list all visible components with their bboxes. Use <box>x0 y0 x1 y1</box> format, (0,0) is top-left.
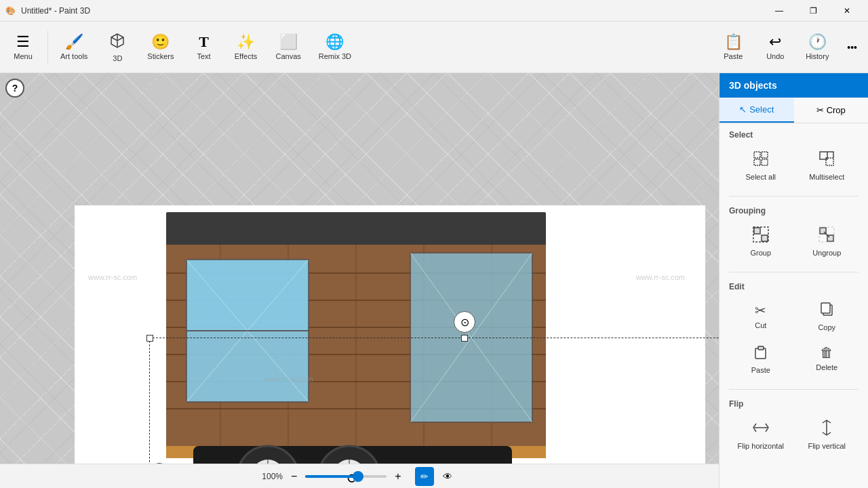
flip-vertical-label: Flip vertical <box>808 442 846 450</box>
svg-rect-45 <box>754 159 760 165</box>
help-icon: ? <box>12 83 18 94</box>
paste-icon: 📋 <box>724 35 743 49</box>
svg-line-55 <box>824 232 829 237</box>
maximize-button[interactable]: ❐ <box>797 0 829 22</box>
flip-horizontal-icon <box>753 420 769 439</box>
draw-mode-button[interactable]: ✏ <box>415 467 434 486</box>
delete-label: Delete <box>816 363 837 371</box>
flip-horizontal-button[interactable]: Flip horizontal <box>729 414 793 455</box>
flip-grid: Flip horizontal Flip vertical <box>719 411 868 462</box>
zoom-slider[interactable] <box>305 475 387 478</box>
help-button[interactable]: ? <box>5 79 24 98</box>
undo-icon: ↩ <box>769 35 781 49</box>
close-button[interactable]: ✕ <box>831 0 863 22</box>
window-title: Untitled* - Paint 3D <box>21 6 90 16</box>
flip-vertical-icon <box>818 420 835 439</box>
paste-panel-button[interactable]: Paste <box>729 340 793 380</box>
multiselect-icon <box>818 150 835 170</box>
crop-tab-icon: ✂ <box>816 105 824 115</box>
crop-tab-label: Crop <box>827 105 846 115</box>
toolbar-item-3d[interactable]: 3D <box>97 24 138 70</box>
watermark-3: www.rr-sc.com <box>636 273 685 281</box>
svg-rect-50 <box>762 235 768 241</box>
handle-top-center[interactable] <box>461 335 468 342</box>
flip-vertical-button[interactable]: Flip vertical <box>795 414 859 455</box>
select-all-button[interactable]: Select all <box>729 145 793 186</box>
view-mode-button[interactable]: 👁 <box>438 467 457 486</box>
paste-panel-label: Paste <box>751 366 770 374</box>
svg-rect-44 <box>762 152 768 158</box>
toolbar-separator <box>47 30 48 64</box>
minimize-button[interactable]: — <box>764 0 795 22</box>
section-label-select: Select <box>719 123 868 142</box>
panel-title: 3D objects <box>729 80 777 91</box>
copy-label: Copy <box>818 323 835 331</box>
right-panel: 3D objects ↖ Select ✂ Crop Select <box>719 73 868 488</box>
copy-button[interactable]: Copy <box>795 297 859 337</box>
section-label-flip: Flip <box>719 392 868 411</box>
svg-rect-46 <box>762 159 768 165</box>
tab-select[interactable]: ↖ Select <box>719 98 794 123</box>
separator-2 <box>729 272 859 272</box>
rotate-handle[interactable]: ⊙ <box>454 311 475 333</box>
group-icon <box>753 226 769 246</box>
handle-top-left[interactable] <box>146 335 153 342</box>
select-tab-icon: ↖ <box>739 104 747 115</box>
select-grid: Select all Multiselect <box>719 142 868 193</box>
toolbar-item-art-tools[interactable]: 🖌️ Art tools <box>52 24 96 70</box>
flip-horizontal-label: Flip horizontal <box>738 442 784 450</box>
zoom-level: 100% <box>262 472 283 481</box>
toolbar-item-undo[interactable]: ↩ Undo <box>755 24 795 70</box>
svg-rect-49 <box>754 228 760 234</box>
text-icon: T <box>199 35 209 49</box>
main-area: ? <box>0 73 868 488</box>
menu-icon: ☰ <box>16 35 30 49</box>
watermark-1: www.rr-sc.com <box>88 273 137 281</box>
stickers-icon: 🙂 <box>151 35 170 49</box>
multiselect-button[interactable]: Multiselect <box>795 145 859 186</box>
svg-rect-43 <box>754 152 760 158</box>
toolbar-item-remix-3d[interactable]: 🌐 Remix 3D <box>311 24 359 70</box>
edit-grid: ✂ Cut Copy Paste <box>719 294 868 386</box>
toolbar: ☰ Menu 🖌️ Art tools 3D 🙂 Stickers T Text… <box>0 22 868 73</box>
title-bar: 🎨 Untitled* - Paint 3D — ❐ ✕ <box>0 0 868 22</box>
section-label-edit: Edit <box>719 275 868 294</box>
toolbar-item-history[interactable]: 🕐 History <box>797 24 837 70</box>
toolbar-item-menu[interactable]: ☰ Menu <box>3 24 43 70</box>
toolbar-item-paste[interactable]: 📋 Paste <box>713 24 753 70</box>
grouping-grid: Group Ungroup <box>719 218 868 269</box>
tab-crop[interactable]: ✂ Crop <box>794 98 869 123</box>
multiselect-label: Multiselect <box>809 173 844 181</box>
ungroup-label: Ungroup <box>812 249 841 257</box>
ungroup-button[interactable]: Ungroup <box>795 221 859 262</box>
svg-rect-59 <box>758 346 764 350</box>
canvas-area[interactable]: ? <box>0 73 719 488</box>
toolbar-item-effects[interactable]: ✨ Effects <box>225 24 266 70</box>
white-canvas: ⊙ ↙ ↗ www.rr-sc.com www.rr-sc.com www.rr… <box>75 205 705 488</box>
cut-label: Cut <box>755 321 766 329</box>
toolbar-item-canvas[interactable]: ⬜ Canvas <box>267 24 309 70</box>
paste-panel-icon <box>753 345 768 363</box>
ungroup-icon <box>818 226 835 246</box>
toolbar-item-text[interactable]: T Text <box>183 24 224 70</box>
canvas-icon: ⬜ <box>279 35 298 49</box>
delete-icon: 🗑 <box>820 345 833 361</box>
cut-icon: ✂ <box>755 302 766 319</box>
svg-rect-17 <box>186 260 309 331</box>
cut-button[interactable]: ✂ Cut <box>729 297 793 337</box>
zoom-fill <box>305 475 354 478</box>
delete-button[interactable]: 🗑 Delete <box>795 340 859 380</box>
history-icon: 🕐 <box>808 35 827 49</box>
remix-3d-icon: 🌐 <box>326 35 344 49</box>
group-button[interactable]: Group <box>729 221 793 262</box>
3d-icon <box>109 33 125 52</box>
toolbar-item-stickers[interactable]: 🙂 Stickers <box>139 24 182 70</box>
zoom-in-button[interactable]: + <box>392 470 403 483</box>
app-icon: 🎨 <box>5 6 16 16</box>
separator-1 <box>729 196 859 197</box>
toolbar-item-more[interactable]: ••• <box>839 24 865 70</box>
select-all-icon <box>753 150 769 170</box>
zoom-out-button[interactable]: − <box>288 470 300 483</box>
zoom-thumb <box>353 471 363 482</box>
group-label: Group <box>750 249 771 257</box>
